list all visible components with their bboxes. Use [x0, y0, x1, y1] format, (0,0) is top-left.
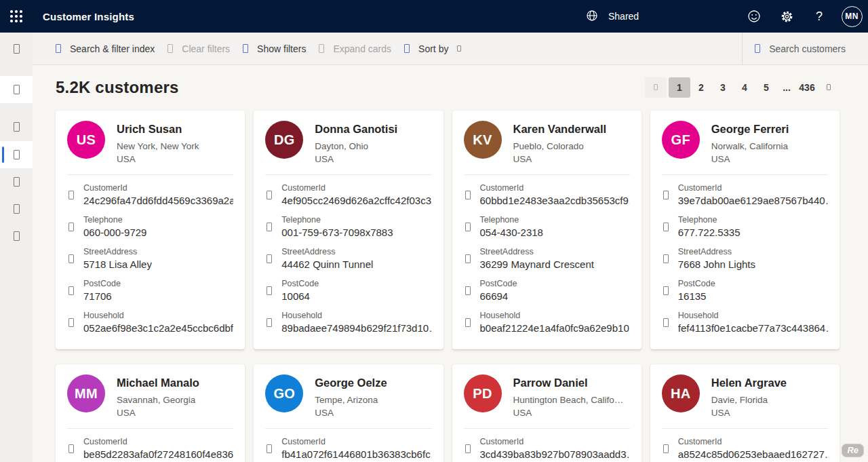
sidebar-item-5[interactable] [0, 195, 33, 223]
page-button[interactable]: 4 [734, 77, 755, 98]
expand-cards-icon [319, 44, 324, 53]
search-customers-button[interactable]: Search customers [742, 33, 868, 64]
customer-name: Michael Manalo [117, 377, 199, 389]
customer-location: Dayton, Ohio [315, 140, 397, 153]
field-label: StreetAddress [83, 247, 152, 256]
nav-toggle-button[interactable] [0, 35, 33, 62]
card-field: PostCode 10064 [265, 275, 431, 307]
page-button-current[interactable]: 1 [669, 77, 690, 98]
field-icon [465, 223, 471, 231]
customer-card[interactable]: US Urich Susan New York, New York USA Cu… [56, 111, 245, 349]
field-value: 060-000-9729 [83, 227, 146, 238]
help-icon[interactable]: ? [803, 0, 835, 33]
customer-identity: Donna Ganotisi Dayton, Ohio USA [315, 121, 397, 166]
customer-location: Huntington Beach, Califo… [513, 393, 624, 406]
customer-name: Helen Argrave [711, 377, 787, 389]
customer-country: USA [117, 153, 199, 166]
next-page-button[interactable] [818, 77, 840, 98]
show-filters-button[interactable]: Show filters [243, 43, 306, 54]
sort-by-chevron-down-icon[interactable] [457, 45, 461, 52]
card-field: Telephone 001-759-673-7098x7883 [265, 211, 431, 243]
page-title: 5.2K customers [56, 78, 179, 97]
avatar: MM [67, 374, 105, 412]
card-field: CustomerId a8524c85d06253ebaaed162727… [662, 433, 828, 462]
field-label: StreetAddress [678, 247, 755, 256]
field-label: PostCode [83, 279, 121, 288]
sidebar-item-customers-selected[interactable] [0, 141, 33, 168]
customer-location: New York, New York [117, 140, 199, 153]
customer-card[interactable]: MM Michael Manalo Savannah, Georgia USA … [56, 364, 245, 462]
customer-country: USA [513, 406, 624, 419]
field-icon [663, 286, 669, 295]
page-button-last[interactable]: 436 [796, 77, 818, 98]
field-icon [663, 223, 669, 231]
field-value: 44462 Quinn Tunnel [281, 258, 373, 270]
field-label: PostCode [281, 279, 319, 288]
field-value: 16135 [678, 290, 715, 302]
card-divider [662, 428, 828, 429]
sidebar-item-home[interactable] [0, 76, 33, 103]
card-field: CustomerId fb41a072f61446801b36383cb6fc… [265, 433, 431, 462]
search-icon [755, 44, 760, 53]
expand-cards-button[interactable]: Expand cards [319, 43, 391, 54]
settings-gear-icon[interactable] [770, 0, 803, 33]
card-field: CustomerId 39e7dab00ae6129ae87567b440… [662, 179, 828, 211]
card-divider [464, 428, 630, 429]
field-icon [68, 318, 74, 327]
field-value: 5718 Lisa Alley [83, 258, 152, 270]
sidebar-item-2[interactable] [0, 113, 33, 140]
customer-name: Donna Ganotisi [315, 123, 397, 136]
customer-card[interactable]: GF George Ferreri Norwalk, California US… [650, 111, 840, 349]
field-value: fef4113f0e1cacbe77a73c443864… [678, 322, 828, 334]
left-nav-rail [0, 33, 33, 462]
card-fields: CustomerId be85d2283afa0f27248160f4e836… [67, 433, 233, 462]
card-field: CustomerId be85d2283afa0f27248160f4e836… [67, 433, 233, 462]
card-field: PostCode 66694 [464, 275, 630, 307]
field-label: PostCode [480, 279, 517, 288]
customer-card[interactable]: PD Parrow Daniel Huntington Beach, Calif… [452, 364, 642, 462]
field-value: 39e7dab00ae6129ae87567b440… [678, 195, 828, 206]
field-icon [267, 223, 272, 231]
field-value: 3cd439ba83b927b078903aadd3… [480, 448, 630, 460]
sort-by-button[interactable]: Sort by [404, 43, 448, 54]
field-label: Telephone [678, 215, 741, 225]
card-divider [265, 428, 431, 429]
field-icon [267, 444, 272, 453]
app-launcher-waffle-icon[interactable] [0, 0, 33, 33]
customer-card[interactable]: KV Karen Vanderwall Pueblo, Colorado USA… [452, 111, 642, 349]
field-icon [465, 254, 471, 263]
sidebar-item-4[interactable] [0, 168, 33, 195]
environment-picker[interactable]: Shared [585, 0, 639, 33]
page-button[interactable]: 5 [755, 77, 777, 98]
field-value: 71706 [83, 290, 121, 302]
field-label: CustomerId [281, 183, 431, 193]
card-divider [67, 174, 233, 175]
page-button[interactable]: 3 [712, 77, 734, 98]
nav-icon-4 [14, 177, 20, 187]
avatar: GF [662, 121, 700, 159]
field-value: 36299 Maynard Crescent [480, 258, 594, 270]
user-avatar[interactable]: MN [835, 0, 868, 33]
customer-card[interactable]: GO George Oelze Tempe, Arizona USA Custo… [254, 364, 443, 462]
app-title: Customer Insights [43, 11, 134, 22]
page-button[interactable]: 2 [690, 77, 712, 98]
field-icon [68, 223, 74, 231]
field-value: fb41a072f61446801b36383cb6fc… [281, 448, 431, 460]
clear-filters-button[interactable]: Clear filters [167, 43, 230, 54]
user-avatar-initials: MN [842, 6, 863, 27]
customer-location: Davie, Florida [711, 393, 787, 406]
nav-icon-5 [14, 204, 20, 214]
customer-country: USA [711, 153, 789, 166]
field-value: 10064 [281, 290, 319, 302]
customer-identity: Parrow Daniel Huntington Beach, Califo… … [513, 374, 624, 419]
sidebar-item-6[interactable] [0, 223, 33, 250]
field-icon [267, 191, 272, 199]
card-header: PD Parrow Daniel Huntington Beach, Calif… [464, 374, 630, 419]
feedback-smiley-icon[interactable] [738, 0, 770, 33]
search-filter-index-button[interactable]: Search & filter index [56, 43, 155, 54]
field-value: a8524c85d06253ebaaed162727… [678, 448, 828, 460]
previous-page-button[interactable] [645, 77, 667, 98]
customer-card[interactable]: DG Donna Ganotisi Dayton, Ohio USA Custo… [254, 111, 443, 349]
customer-card[interactable]: HA Helen Argrave Davie, Florida USA Cust… [650, 364, 840, 462]
field-icon [465, 318, 471, 327]
